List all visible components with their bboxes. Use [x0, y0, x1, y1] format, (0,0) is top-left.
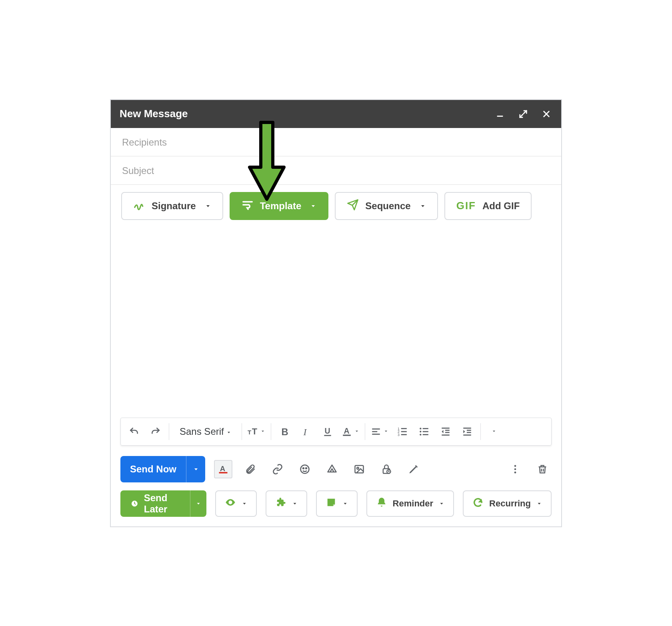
recurring-button[interactable]: Recurring: [463, 490, 552, 517]
template-button[interactable]: Template: [230, 192, 329, 220]
svg-point-51: [229, 501, 231, 503]
minimize-button[interactable]: [494, 108, 506, 120]
caret-down-icon: [205, 200, 211, 212]
svg-point-22: [420, 428, 421, 429]
add-gif-label: Add GIF: [482, 200, 520, 212]
template-label: Template: [260, 200, 302, 212]
align-button[interactable]: [368, 422, 391, 442]
caret-down-icon: [384, 428, 388, 435]
svg-text:A: A: [344, 426, 349, 435]
caret-down-icon: [310, 200, 316, 212]
reminder-label: Reminder: [393, 498, 433, 509]
caret-down-icon: [354, 428, 359, 435]
svg-text:U: U: [324, 426, 330, 435]
tracking-button[interactable]: [215, 490, 257, 517]
caret-down-icon: [292, 498, 298, 509]
send-later-caret[interactable]: [190, 490, 206, 517]
italic-icon: I: [301, 426, 311, 437]
titlebar: New Message: [111, 100, 561, 128]
attach-file-button[interactable]: [241, 460, 260, 478]
fullscreen-button[interactable]: [517, 108, 529, 120]
underline-button[interactable]: U: [318, 422, 338, 442]
more-formatting-button[interactable]: [484, 422, 504, 442]
redo-icon: [150, 426, 161, 437]
svg-point-45: [514, 465, 516, 467]
font-family-label: Sans Serif: [180, 426, 224, 437]
caret-down-icon: [492, 428, 496, 435]
bulleted-list-icon: [419, 426, 429, 437]
svg-point-47: [514, 471, 516, 473]
svg-text:I: I: [303, 426, 307, 436]
send-row: Send Now A: [111, 446, 561, 482]
minimize-icon: [496, 110, 504, 118]
insert-actions-row: Signature Template Sequence GIF Add GIF: [111, 185, 561, 220]
more-options-button[interactable]: [506, 460, 524, 478]
svg-text:T: T: [252, 426, 257, 436]
refresh-icon: [472, 497, 484, 510]
sticky-note-icon: [326, 497, 337, 510]
bold-button[interactable]: B: [274, 422, 294, 442]
discard-draft-button[interactable]: [533, 460, 552, 478]
message-body[interactable]: [111, 220, 561, 418]
add-gif-button[interactable]: GIF Add GIF: [444, 192, 532, 220]
caret-down-icon: [536, 498, 542, 509]
font-size-icon: TT: [248, 426, 258, 437]
window-title: New Message: [120, 108, 188, 120]
subject-placeholder: Subject: [122, 165, 154, 176]
numbered-list-button[interactable]: 123: [392, 422, 412, 442]
svg-rect-12: [343, 434, 351, 436]
pen-icon: [408, 464, 419, 475]
italic-button[interactable]: I: [296, 422, 316, 442]
more-vertical-icon: [510, 464, 521, 475]
caret-down-icon: [260, 428, 265, 435]
text-format-toggle[interactable]: A: [214, 460, 232, 478]
text-color-button[interactable]: A: [339, 422, 362, 442]
svg-text:B: B: [281, 426, 288, 437]
subject-field[interactable]: Subject: [111, 156, 561, 185]
svg-point-24: [420, 434, 421, 435]
image-icon: [354, 464, 365, 475]
close-button[interactable]: [540, 108, 552, 120]
send-now-button[interactable]: Send Now: [120, 456, 205, 482]
svg-point-23: [420, 430, 421, 432]
indent-more-icon: [462, 426, 472, 437]
undo-icon: [129, 426, 139, 437]
insert-link-button[interactable]: [268, 460, 287, 478]
link-icon: [272, 464, 283, 475]
reminder-button[interactable]: Reminder: [366, 490, 454, 517]
insert-emoji-button[interactable]: [296, 460, 314, 478]
signature-label: Signature: [152, 200, 196, 212]
insert-drive-button[interactable]: [323, 460, 341, 478]
svg-point-39: [303, 468, 304, 469]
font-size-button[interactable]: TT: [245, 422, 268, 442]
signature-button[interactable]: Signature: [121, 192, 223, 220]
undo-button[interactable]: [124, 422, 144, 442]
redo-button[interactable]: [146, 422, 166, 442]
template-icon: [242, 199, 254, 213]
insert-signature-button[interactable]: [404, 460, 423, 478]
send-now-label: Send Now: [120, 464, 186, 475]
bell-icon: [376, 497, 387, 510]
notes-button[interactable]: [316, 490, 358, 517]
sequence-button[interactable]: Sequence: [335, 192, 438, 220]
schedule-row: Send Later Reminder Recurring: [111, 482, 561, 526]
gif-icon: GIF: [456, 200, 476, 212]
align-left-icon: [371, 426, 381, 437]
send-later-button[interactable]: Send Later: [120, 490, 206, 517]
confidential-mode-button[interactable]: [377, 460, 396, 478]
svg-rect-37: [219, 472, 228, 474]
caret-down-icon: [439, 498, 444, 509]
svg-point-38: [301, 465, 309, 473]
font-family-select[interactable]: Sans Serif: [172, 422, 238, 442]
insert-photo-button[interactable]: [350, 460, 368, 478]
svg-rect-41: [355, 465, 364, 473]
send-options-caret[interactable]: [186, 456, 205, 482]
signature-icon: [133, 199, 145, 213]
fullscreen-icon: [519, 110, 528, 118]
lock-clock-icon: [381, 464, 392, 475]
indent-less-button[interactable]: [436, 422, 456, 442]
indent-more-button[interactable]: [457, 422, 477, 442]
extension-button[interactable]: [266, 490, 307, 517]
bulleted-list-button[interactable]: [414, 422, 434, 442]
recipients-field[interactable]: Recipients: [111, 128, 561, 156]
